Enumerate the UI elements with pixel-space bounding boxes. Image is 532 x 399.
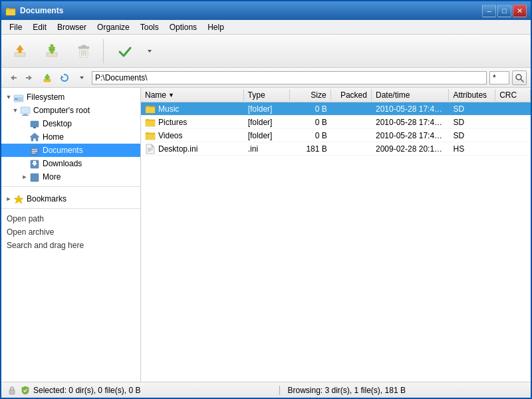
expander-documents bbox=[20, 146, 29, 155]
svg-rect-38 bbox=[146, 108, 155, 113]
svg-marker-3 bbox=[17, 45, 23, 53]
back-button[interactable] bbox=[5, 70, 20, 85]
main-content: ▼ Filesystem ▼ bbox=[1, 88, 531, 382]
expander-bookmarks: ► bbox=[4, 194, 13, 203]
upload-button[interactable] bbox=[5, 37, 35, 65]
svg-rect-27 bbox=[31, 121, 39, 127]
more-icon bbox=[29, 172, 40, 182]
file-row-music[interactable]: Music [folder] 0 B 2010-05-28 17:43:54 S… bbox=[141, 102, 531, 116]
col-header-attrs[interactable]: Attributes bbox=[449, 89, 495, 101]
col-header-datetime[interactable]: Date/time bbox=[372, 89, 449, 101]
more-label: More bbox=[43, 172, 61, 182]
bookmarks-label: Bookmarks bbox=[27, 194, 66, 203]
file-packed-music bbox=[331, 108, 372, 110]
file-icon-desktop-ini bbox=[145, 144, 156, 154]
apply-icon bbox=[117, 43, 133, 59]
action-open-archive[interactable]: Open archive bbox=[1, 225, 140, 238]
wildcard-input[interactable] bbox=[489, 71, 509, 84]
tree-item-more[interactable]: ► More bbox=[1, 170, 140, 184]
menu-organize[interactable]: Organize bbox=[92, 21, 135, 33]
home-icon bbox=[29, 132, 40, 142]
apply-dropdown[interactable] bbox=[144, 37, 155, 65]
expander-filesystem: ▼ bbox=[4, 92, 13, 102]
svg-rect-36 bbox=[31, 174, 39, 182]
address-bar bbox=[1, 68, 531, 88]
tree-item-computer-root[interactable]: ▼ Computer's root bbox=[1, 104, 140, 117]
folder-icon-music bbox=[145, 104, 156, 114]
menu-tools[interactable]: Tools bbox=[135, 21, 164, 33]
tree-item-desktop[interactable]: Desktop bbox=[1, 117, 140, 130]
delete-icon bbox=[76, 43, 92, 59]
svg-rect-39 bbox=[146, 121, 155, 126]
desktop-icon bbox=[29, 118, 40, 129]
lock-icon bbox=[7, 385, 17, 396]
svg-rect-25 bbox=[23, 114, 27, 115]
main-window: Documents – □ ✕ File Edit Browser Organi… bbox=[0, 0, 532, 399]
selected-status: Selected: 0 dir(s), 0 file(s), 0 B bbox=[33, 386, 271, 395]
file-attrs-pictures: SD bbox=[449, 117, 495, 128]
refresh-button[interactable] bbox=[57, 70, 72, 85]
title-bar: Documents – □ ✕ bbox=[1, 1, 531, 20]
menu-file[interactable]: File bbox=[4, 21, 27, 33]
tree-item-home[interactable]: Home bbox=[1, 130, 140, 144]
folder-icon-videos bbox=[145, 130, 156, 141]
forward-button[interactable] bbox=[23, 70, 37, 85]
action-open-path[interactable]: Open path bbox=[1, 211, 140, 225]
svg-point-23 bbox=[17, 98, 18, 100]
col-header-type[interactable]: Type bbox=[244, 89, 291, 101]
tree-item-documents[interactable]: Documents bbox=[1, 144, 140, 157]
history-dropdown[interactable] bbox=[74, 70, 89, 85]
left-panel: ▼ Filesystem ▼ bbox=[1, 88, 141, 382]
file-datetime-videos: 2010-05-28 17:43:54 bbox=[372, 130, 449, 141]
bookmarks-section[interactable]: ► Bookmarks bbox=[1, 190, 140, 205]
folder-icon-pictures bbox=[145, 117, 156, 128]
file-list-panel: Name ▼ Type Size Packed Date/time Attrib… bbox=[141, 88, 531, 382]
tree-item-filesystem[interactable]: ▼ Filesystem bbox=[1, 90, 140, 104]
col-header-crc[interactable]: CRC bbox=[495, 89, 531, 101]
window-title: Documents bbox=[20, 6, 482, 15]
file-packed-videos bbox=[331, 135, 372, 136]
download-button[interactable] bbox=[37, 37, 66, 65]
sort-arrow-name: ▼ bbox=[168, 92, 174, 98]
col-header-size[interactable]: Size bbox=[290, 89, 331, 101]
svg-line-19 bbox=[521, 79, 524, 82]
search-button[interactable] bbox=[512, 70, 527, 85]
file-row-desktop-ini[interactable]: Desktop.ini .ini 181 B 2009-02-28 20:18:… bbox=[141, 142, 531, 156]
menu-edit[interactable]: Edit bbox=[27, 21, 52, 33]
close-button[interactable]: ✕ bbox=[513, 5, 527, 17]
menu-browser[interactable]: Browser bbox=[52, 21, 92, 33]
file-crc-pictures bbox=[495, 122, 531, 123]
svg-marker-29 bbox=[30, 133, 39, 141]
file-type-music: [folder] bbox=[244, 104, 291, 114]
path-input[interactable] bbox=[92, 71, 487, 84]
col-header-packed[interactable]: Packed bbox=[331, 89, 372, 101]
file-size-music: 0 B bbox=[290, 104, 331, 114]
svg-rect-2 bbox=[15, 53, 25, 57]
window-controls: – □ ✕ bbox=[482, 5, 527, 17]
delete-button[interactable] bbox=[69, 37, 98, 65]
apply-button[interactable] bbox=[108, 37, 142, 65]
file-row-pictures[interactable]: Pictures [folder] 0 B 2010-05-28 17:43:5… bbox=[141, 116, 531, 129]
svg-marker-17 bbox=[80, 76, 84, 79]
file-size-pictures: 0 B bbox=[290, 117, 331, 128]
toolbar bbox=[1, 35, 531, 68]
svg-rect-44 bbox=[9, 390, 15, 394]
home-label: Home bbox=[43, 132, 64, 142]
download-icon bbox=[44, 43, 60, 59]
documents-icon bbox=[29, 145, 40, 156]
filesystem-label: Filesystem bbox=[27, 92, 65, 102]
minimize-button[interactable]: – bbox=[482, 5, 496, 17]
menu-help[interactable]: Help bbox=[202, 21, 229, 33]
col-header-name[interactable]: Name ▼ bbox=[141, 89, 244, 101]
file-crc-videos bbox=[495, 135, 531, 136]
tree-item-downloads[interactable]: Downloads bbox=[1, 157, 140, 170]
computer-root-icon bbox=[20, 105, 31, 116]
action-search-drag[interactable]: Search and drag here bbox=[1, 238, 140, 251]
file-row-videos[interactable]: Videos [folder] 0 B 2010-05-28 17:43:54 … bbox=[141, 129, 531, 142]
up-button[interactable] bbox=[40, 70, 55, 85]
maximize-button[interactable]: □ bbox=[497, 5, 511, 17]
svg-marker-16 bbox=[61, 75, 64, 78]
svg-rect-1 bbox=[6, 10, 15, 15]
window-icon bbox=[5, 5, 16, 16]
menu-options[interactable]: Options bbox=[164, 21, 202, 33]
